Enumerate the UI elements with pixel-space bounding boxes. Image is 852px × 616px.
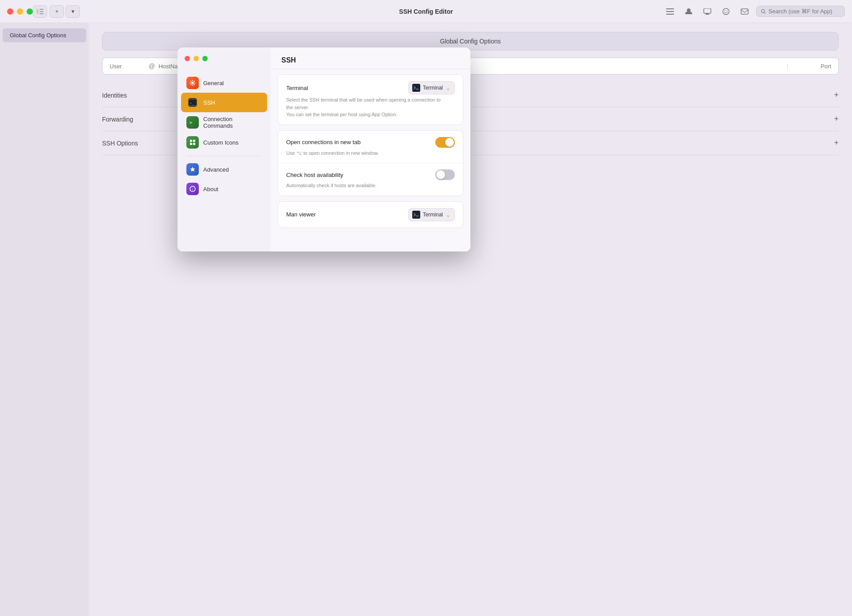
monitor-icon[interactable] [700,5,714,18]
check-host-label: Check host availability [286,172,343,178]
pref-connections-section: Open connections in new tab Use ⌥ to ope… [278,130,463,196]
user-input[interactable] [110,63,145,70]
svg-rect-22 [190,140,192,142]
general-icon [186,77,199,89]
pref-close-button[interactable] [185,56,190,61]
general-label: General [203,80,224,86]
svg-rect-4 [666,8,674,9]
pref-nav-general[interactable]: General [181,73,267,93]
svg-text:>_: >_ [190,102,194,105]
pref-nav-connection-commands[interactable]: >_ Connection Commands [181,112,267,133]
person-icon[interactable] [682,5,696,18]
svg-rect-25 [193,143,195,145]
identities-label: Identities [102,92,127,99]
pref-nav-ssh[interactable]: >_ SSH [181,93,267,112]
search-box[interactable] [756,6,845,17]
pref-content-title: SSH [271,47,470,69]
svg-rect-10 [705,14,710,15]
maximize-button[interactable] [27,8,33,15]
custom-icons-label: Custom Icons [203,139,238,146]
svg-rect-5 [666,11,674,12]
open-connections-desc: Use ⌥ to open connection in new window. [286,149,455,157]
forwarding-label: Forwarding [102,116,133,123]
svg-rect-6 [666,14,674,15]
sidebar: Global Config Options [0,23,89,616]
svg-rect-1 [39,9,43,10]
sidebar-item-global-config[interactable]: Global Config Options [3,28,86,42]
forwarding-expand-icon: + [834,114,839,124]
emoji-icon[interactable] [719,5,733,18]
svg-rect-0 [36,9,39,14]
svg-rect-14 [741,9,748,14]
pref-nav-items: General >_ SSH >_ Connection C [178,70,271,202]
svg-rect-3 [39,13,43,14]
minimize-button[interactable] [17,8,23,15]
sidebar-toggle-button[interactable] [33,5,47,18]
pref-check-host-main: Check host availability [286,169,455,180]
traffic-lights [7,8,33,15]
ssh-options-expand-icon: + [834,138,839,148]
svg-point-13 [727,10,728,11]
pref-nav-custom-icons[interactable]: Custom Icons [181,133,267,152]
preferences-window: General >_ SSH >_ Connection C [178,47,470,251]
man-viewer-label: Man viewer [286,211,316,218]
pref-terminal-section: Terminal Terminal ⌄ Select the SSH termi… [278,75,463,125]
terminal-dropdown-value: Terminal [423,85,443,91]
man-viewer-dropdown[interactable]: Terminal ⌄ [408,208,455,221]
at-sign: @ [149,63,155,70]
main-content: Global Config Options @ : Identities + F… [89,23,852,616]
list-view-icon[interactable] [663,5,677,18]
pref-minimize-button[interactable] [193,56,199,61]
connection-commands-icon: >_ [186,116,199,129]
svg-rect-9 [706,13,709,14]
colon-separator: : [787,63,789,70]
about-label: About [203,186,218,192]
mail-icon[interactable] [738,5,752,18]
terminal-desc: Select the SSH terminal that will be use… [286,96,455,118]
man-viewer-chevron-icon: ⌄ [446,211,451,218]
terminal-chevron-icon: ⌄ [446,84,451,91]
ssh-label: SSH [203,99,215,106]
custom-icons-icon [186,136,199,149]
pref-open-connections-main: Open connections in new tab [286,137,455,148]
pref-man-viewer-row: Man viewer Terminal ⌄ [278,202,463,228]
man-viewer-app-icon [412,211,420,219]
open-connections-label: Open connections in new tab [286,139,361,145]
check-host-toggle[interactable] [435,169,455,180]
pref-nav-advanced[interactable]: Advanced [181,160,267,179]
svg-point-17 [192,82,194,84]
ssh-icon: >_ [186,96,199,109]
identities-expand-icon: + [834,90,839,100]
main-layout: Global Config Options Global Config Opti… [0,23,852,616]
advanced-icon [186,163,199,176]
titlebar: + ▾ SSH Config Editor [0,0,852,23]
advanced-label: Advanced [203,166,229,173]
terminal-label: Terminal [286,85,308,91]
terminal-app-icon [412,84,420,92]
search-input[interactable] [769,8,840,15]
svg-line-16 [765,12,765,13]
svg-point-11 [723,8,729,15]
pref-sidebar: General >_ SSH >_ Connection C [178,47,271,251]
add-chevron-button[interactable]: ▾ [66,5,80,18]
port-input[interactable] [796,63,831,70]
toggle-knob [445,138,454,147]
pref-main-content: SSH Terminal Terminal ⌄ [271,47,470,251]
svg-rect-2 [39,11,43,12]
svg-rect-23 [193,140,195,142]
pref-man-viewer-main: Man viewer Terminal ⌄ [286,208,455,221]
man-viewer-dropdown-value: Terminal [423,212,443,218]
close-button[interactable] [7,8,13,15]
about-icon: i [186,183,199,195]
open-connections-toggle[interactable] [435,137,455,148]
pref-maximize-button[interactable] [202,56,208,61]
pref-nav-about[interactable]: i About [181,179,267,199]
add-button[interactable]: + [50,5,64,18]
terminal-dropdown[interactable]: Terminal ⌄ [408,81,455,94]
pref-open-connections-row: Open connections in new tab Use ⌥ to ope… [278,131,463,164]
pref-terminal-row-main: Terminal Terminal ⌄ [286,81,455,94]
add-button-group: + ▾ [50,5,80,18]
svg-rect-8 [704,8,711,13]
pref-check-host-row: Check host availability Automatically ch… [278,163,463,196]
nav-separator [186,156,262,156]
